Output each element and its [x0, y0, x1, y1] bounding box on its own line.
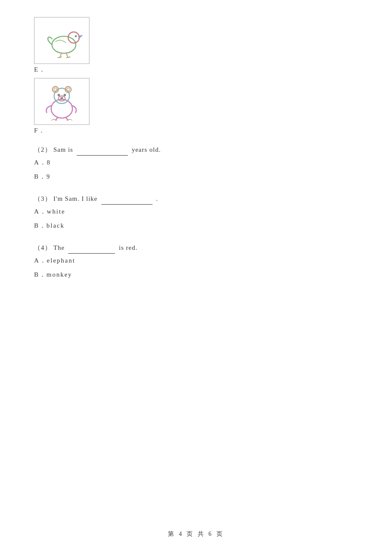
svg-line-4 — [66, 53, 68, 58]
svg-point-14 — [61, 97, 63, 99]
animal-f-icon — [40, 82, 83, 121]
svg-point-10 — [67, 88, 70, 91]
question-3-option-a: A．white — [34, 205, 358, 219]
question-4-option-b: B．monkey — [34, 268, 358, 282]
question-4-option-a: A．elephant — [34, 254, 358, 268]
question-3-option-b: B．black — [34, 219, 358, 233]
page-footer: 第 4 页 共 6 页 — [0, 530, 392, 538]
page-container: E． — [0, 0, 392, 555]
question-3-blank — [101, 204, 153, 205]
image-e-label: E． — [34, 66, 358, 74]
question-3-number: （3） — [34, 195, 52, 202]
svg-point-2 — [75, 35, 77, 37]
image-e-block: E． — [34, 17, 358, 74]
question-2-option-b: B．9 — [34, 170, 358, 184]
question-4-text: （4） The is red. — [34, 242, 358, 254]
question-3-after: . — [156, 195, 158, 202]
image-f-block: F． — [34, 78, 358, 135]
animal-e-icon — [40, 21, 83, 60]
question-2-block: （2） Sam is years old. A．8 B．9 — [34, 144, 358, 184]
question-2-before: Sam is — [53, 146, 75, 153]
question-2-blank — [77, 155, 128, 156]
svg-point-0 — [52, 36, 76, 53]
image-f-label: F． — [34, 127, 358, 135]
question-2-option-a: A．8 — [34, 156, 358, 170]
svg-point-9 — [54, 88, 57, 91]
question-4-number: （4） — [34, 244, 52, 251]
question-4-blank — [68, 253, 115, 254]
svg-point-5 — [51, 99, 72, 118]
question-2-number: （2） — [34, 146, 52, 153]
question-4-block: （4） The is red. A．elephant B．monkey — [34, 242, 358, 282]
svg-point-11 — [58, 94, 60, 96]
question-3-before: I'm Sam. I like — [53, 195, 99, 202]
question-2-after: years old. — [132, 146, 161, 153]
question-3-block: （3） I'm Sam. I like . A．white B．black — [34, 193, 358, 233]
page-footer-text: 第 4 页 共 6 页 — [168, 531, 224, 537]
question-2-text: （2） Sam is years old. — [34, 144, 358, 156]
question-3-text: （3） I'm Sam. I like . — [34, 193, 358, 205]
svg-point-12 — [64, 94, 66, 96]
image-f-box — [34, 78, 89, 125]
question-4-after: is red. — [119, 244, 138, 251]
image-e-box — [34, 17, 89, 64]
question-4-before: The — [53, 244, 66, 251]
